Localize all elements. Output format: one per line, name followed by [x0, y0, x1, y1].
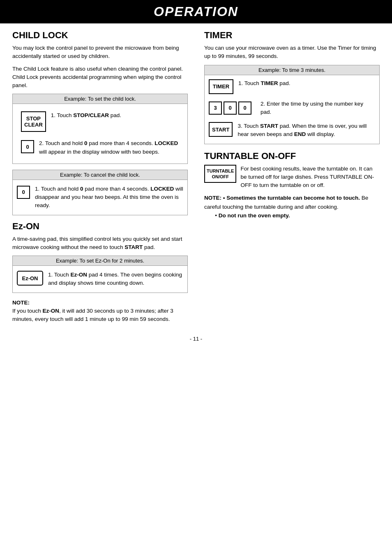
zero-key-2[interactable]: 0	[17, 186, 30, 199]
child-lock-step2-text: 2. Touch and hold 0 pad more than 4 seco…	[39, 139, 179, 156]
timer-example-header: Example: To time 3 minutes.	[205, 65, 379, 75]
child-lock-example1: Example: To set the child lock. STOP CLE…	[12, 94, 188, 164]
page-title: OPERATION	[0, 4, 392, 19]
turntable-title: TURNTABLE ON-OFF	[204, 151, 380, 161]
key-3[interactable]: 3	[209, 101, 222, 115]
timer-key[interactable]: TIMER	[209, 79, 233, 94]
start-key[interactable]: START	[209, 122, 233, 137]
stop-clear-label-stop: STOP	[26, 115, 41, 122]
page-header: OPERATION	[0, 0, 392, 23]
left-column: CHILD LOCK You may lock the control pane…	[12, 30, 196, 323]
child-lock-para2: The Child Lock feature is also useful wh…	[12, 65, 188, 90]
timer-step2: 3 0 0 2. Enter the time by using the num…	[205, 96, 379, 118]
child-lock-example1-header: Example: To set the child lock.	[13, 94, 187, 104]
ezon-note: NOTE: If you touch Ez-ON, it will add 30…	[12, 299, 188, 324]
timer-para: You can use your microwave oven as a tim…	[204, 44, 380, 61]
timer-title: TIMER	[204, 30, 380, 41]
timer-step3: START 3. Touch START pad. When the time …	[205, 118, 379, 144]
child-lock-para1: You may lock the control panel to preven…	[12, 44, 188, 61]
child-lock-title: CHILD LOCK	[12, 30, 188, 41]
stop-clear-label-clear: CLEAR	[24, 122, 43, 128]
ezon-key[interactable]: Ez-ON	[17, 271, 43, 286]
timer-number-keys: 3 0 0	[209, 101, 251, 115]
turntable-key-line2: ON/OFF	[212, 174, 229, 180]
child-lock-example2-header: Example: To cancel the child lock.	[13, 170, 187, 180]
turntable-key-line1: TURNTABLE	[207, 168, 234, 174]
child-lock-step1-text: 1. Touch STOP/CLEAR pad.	[51, 111, 121, 120]
timer-step3-text: 3. Touch START pad. When the time is ove…	[238, 122, 375, 139]
ezon-example: Example: To set Ez-On for 2 minutes. Ez-…	[12, 256, 188, 293]
ezon-para: A time-saving pad, this simplified contr…	[12, 235, 188, 252]
child-lock-example2-body: 0 1. Touch and hold 0 pad more than 4 se…	[13, 180, 187, 215]
child-lock-step1: STOP CLEAR 1. Touch STOP/CLEAR pad.	[17, 109, 125, 134]
ezon-example-header: Example: To set Ez-On for 2 minutes.	[13, 256, 187, 266]
ezon-step1-text: 1. Touch Ez-ON pad 4 times. The oven beg…	[48, 271, 183, 288]
timer-step1-text: 1. Touch TIMER pad.	[238, 79, 291, 88]
page-number: - 11 -	[0, 336, 392, 350]
turntable-key[interactable]: TURNTABLE ON/OFF	[204, 165, 236, 183]
zero-key-1[interactable]: 0	[21, 140, 34, 153]
ezon-title: Ez-ON	[12, 221, 188, 232]
ezon-example-body: Ez-ON 1. Touch Ez-ON pad 4 times. The ov…	[13, 266, 187, 293]
timer-step2-text: 2. Enter the time by using the number ke…	[261, 100, 375, 117]
key-0a[interactable]: 0	[224, 101, 237, 115]
main-content: CHILD LOCK You may lock the control pane…	[0, 30, 392, 323]
child-lock-example2: Example: To cancel the child lock. 0 1. …	[12, 170, 188, 215]
turntable-content: TURNTABLE ON/OFF For best cooking result…	[204, 165, 380, 190]
timer-step1: TIMER 1. Touch TIMER pad.	[205, 75, 379, 96]
turntable-para: For best cooking results, leave the turn…	[240, 165, 380, 190]
right-column: TIMER You can use your microwave oven as…	[196, 30, 380, 323]
child-lock-cancel-text: 1. Touch and hold 0 pad more than 4 seco…	[35, 185, 183, 210]
key-0b[interactable]: 0	[238, 101, 251, 115]
child-lock-step2: 0 2. Touch and hold 0 pad more than 4 se…	[17, 137, 183, 159]
timer-example: Example: To time 3 minutes. TIMER 1. Tou…	[204, 65, 380, 144]
turntable-notes: NOTE: • Sometimes the turntable can beco…	[204, 194, 380, 220]
stop-clear-key[interactable]: STOP CLEAR	[21, 111, 46, 132]
